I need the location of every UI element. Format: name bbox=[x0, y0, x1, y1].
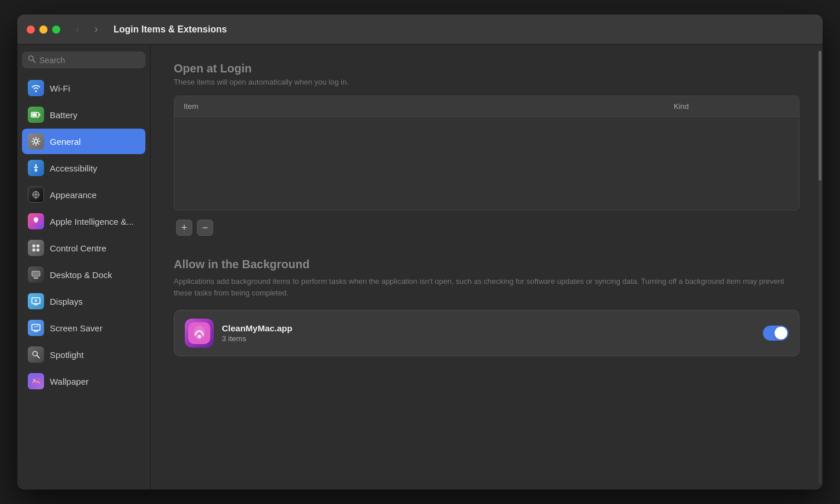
scrollbar[interactable] bbox=[819, 50, 821, 484]
open-at-login-section: Open at Login These items will open auto… bbox=[174, 62, 799, 240]
svg-point-6 bbox=[35, 165, 37, 166]
app-toggle[interactable] bbox=[763, 326, 788, 341]
sidebar: Wi-Fi Battery bbox=[17, 45, 151, 490]
sidebar-item-control-centre-label: Control Centre bbox=[50, 243, 107, 253]
app-icon-cleanmymac bbox=[185, 319, 214, 348]
open-at-login-title: Open at Login bbox=[174, 62, 799, 75]
maximize-button[interactable] bbox=[52, 25, 60, 34]
appearance-icon bbox=[28, 187, 44, 203]
table-header: Item Kind bbox=[174, 96, 799, 117]
sidebar-item-screen-saver[interactable]: Screen Saver bbox=[22, 315, 145, 341]
sidebar-item-wifi[interactable]: Wi-Fi bbox=[22, 75, 145, 101]
sidebar-item-control-centre[interactable]: Control Centre bbox=[22, 235, 145, 261]
main-content: Wi-Fi Battery bbox=[17, 45, 823, 490]
sidebar-item-apple-intelligence-label: Apple Intelligence &... bbox=[50, 217, 134, 227]
col-item-header: Item bbox=[184, 102, 674, 111]
open-at-login-subtitle: These items will open automatically when… bbox=[174, 78, 799, 86]
allow-background-section: Allow in the Background Applications add… bbox=[174, 258, 799, 356]
sidebar-item-desktop-dock-label: Desktop & Dock bbox=[50, 270, 112, 280]
search-icon bbox=[28, 55, 36, 65]
svg-line-22 bbox=[37, 356, 40, 359]
general-icon bbox=[28, 133, 44, 149]
svg-rect-13 bbox=[32, 271, 40, 276]
svg-point-5 bbox=[34, 140, 38, 143]
sidebar-item-general-label: General bbox=[50, 137, 81, 147]
detail-pane: Open at Login These items will open auto… bbox=[151, 45, 823, 490]
sidebar-item-apple-intelligence[interactable]: Apple Intelligence &... bbox=[22, 209, 145, 234]
spotlight-icon bbox=[28, 346, 44, 363]
svg-rect-11 bbox=[32, 249, 35, 251]
svg-rect-19 bbox=[32, 324, 40, 330]
search-bar[interactable] bbox=[22, 52, 145, 68]
col-kind-header: Kind bbox=[674, 102, 790, 111]
displays-icon bbox=[28, 293, 44, 309]
sidebar-item-displays[interactable]: Displays bbox=[22, 288, 145, 314]
app-name: CleanMyMac.app bbox=[222, 323, 755, 333]
sidebar-item-spotlight[interactable]: Spotlight bbox=[22, 342, 145, 367]
minimize-button[interactable] bbox=[39, 25, 48, 34]
allow-background-title: Allow in the Background bbox=[174, 258, 799, 271]
sidebar-item-displays-label: Displays bbox=[50, 297, 83, 306]
traffic-lights bbox=[27, 25, 60, 34]
wifi-icon bbox=[28, 80, 44, 96]
toggle-knob bbox=[775, 327, 787, 339]
svg-rect-10 bbox=[36, 244, 39, 247]
sidebar-item-appearance-label: Appearance bbox=[50, 190, 97, 200]
table-body bbox=[174, 117, 799, 210]
svg-rect-12 bbox=[36, 249, 39, 251]
sidebar-item-accessibility-label: Accessibility bbox=[50, 163, 97, 173]
search-input[interactable] bbox=[39, 56, 140, 65]
sidebar-item-desktop-dock[interactable]: Desktop & Dock bbox=[22, 262, 145, 287]
sidebar-item-battery[interactable]: Battery bbox=[22, 102, 145, 127]
window-title: Login Items & Extensions bbox=[114, 24, 227, 35]
system-preferences-window: ‹ › Login Items & Extensions bbox=[17, 14, 823, 490]
remove-item-button[interactable]: − bbox=[197, 220, 213, 236]
accessibility-icon bbox=[28, 160, 44, 176]
app-info: CleanMyMac.app 3 items bbox=[222, 323, 755, 343]
sidebar-item-accessibility[interactable]: Accessibility bbox=[22, 155, 145, 181]
sidebar-item-screen-saver-label: Screen Saver bbox=[50, 323, 103, 333]
apple-intelligence-icon bbox=[28, 213, 44, 229]
wallpaper-icon bbox=[28, 373, 44, 389]
svg-rect-9 bbox=[32, 244, 35, 247]
sidebar-item-battery-label: Battery bbox=[50, 110, 78, 120]
titlebar: ‹ › Login Items & Extensions bbox=[17, 14, 823, 45]
svg-rect-15 bbox=[34, 277, 38, 279]
scrollbar-thumb bbox=[819, 51, 821, 181]
back-button[interactable]: ‹ bbox=[70, 21, 86, 38]
sidebar-item-appearance[interactable]: Appearance bbox=[22, 182, 145, 207]
control-centre-icon bbox=[28, 240, 44, 256]
desktop-dock-icon bbox=[28, 266, 44, 283]
app-item-cleanmymac: CleanMyMac.app 3 items bbox=[174, 310, 799, 356]
svg-rect-23 bbox=[32, 378, 40, 385]
svg-rect-4 bbox=[32, 114, 37, 116]
add-item-button[interactable]: + bbox=[176, 220, 192, 236]
svg-rect-3 bbox=[39, 114, 41, 116]
allow-background-desc: Applications add background items to per… bbox=[174, 276, 799, 298]
app-items-count: 3 items bbox=[222, 334, 755, 343]
login-items-table: Item Kind bbox=[174, 96, 799, 210]
battery-icon bbox=[28, 107, 44, 123]
sidebar-item-wifi-label: Wi-Fi bbox=[50, 83, 70, 93]
sidebar-item-wallpaper[interactable]: Wallpaper bbox=[22, 368, 145, 394]
svg-point-27 bbox=[198, 335, 201, 338]
sidebar-item-wallpaper-label: Wallpaper bbox=[50, 377, 89, 386]
svg-point-17 bbox=[35, 300, 37, 302]
table-actions: + − bbox=[174, 215, 799, 240]
nav-buttons: ‹ › bbox=[70, 21, 104, 38]
sidebar-item-spotlight-label: Spotlight bbox=[50, 350, 83, 360]
svg-line-1 bbox=[33, 60, 36, 63]
forward-button[interactable]: › bbox=[88, 21, 104, 38]
screen-saver-icon bbox=[28, 320, 44, 336]
close-button[interactable] bbox=[27, 25, 35, 34]
sidebar-item-general[interactable]: General bbox=[22, 129, 145, 154]
